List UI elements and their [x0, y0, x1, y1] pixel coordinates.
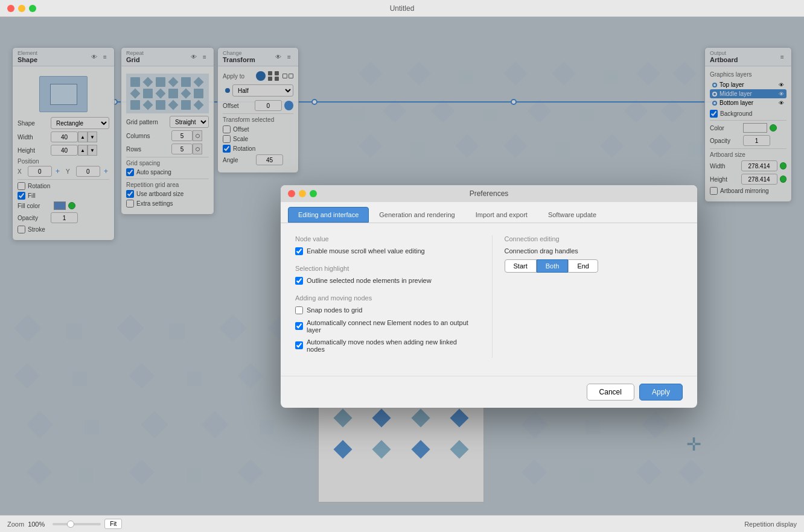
modal-content: Node value Enable mouse scroll wheel val… [281, 223, 697, 370]
zoom-controls: Zoom 100% Fit [7, 519, 122, 529]
close-button[interactable] [7, 5, 14, 12]
modal-max-button[interactable] [310, 190, 317, 197]
title-bar: Untitled [0, 0, 804, 17]
window-controls[interactable] [7, 5, 36, 12]
repetition-controls: Repetition display [744, 521, 797, 528]
fit-button[interactable]: Fit [104, 519, 122, 529]
tab-generation[interactable]: Generation and rendering [369, 207, 465, 223]
modal-close-button[interactable] [288, 190, 295, 197]
modal-titlebar: Preferences [281, 185, 697, 202]
auto-move-checkbox[interactable] [295, 341, 303, 349]
modal-footer: Cancel Apply [281, 376, 697, 408]
zoom-thumb[interactable] [67, 521, 74, 528]
tab-editing[interactable]: Editing and interface [288, 207, 369, 223]
tab-import[interactable]: Import and export [465, 207, 538, 223]
cancel-button[interactable]: Cancel [587, 384, 634, 401]
auto-move-label: Automatically move nodes when adding new… [307, 338, 474, 353]
auto-connect-label: Automatically connect new Element nodes … [307, 319, 474, 334]
connection-editing-section: Connection editing [505, 235, 683, 242]
status-bar: Zoom 100% Fit Repetition display [0, 515, 804, 532]
minimize-button[interactable] [18, 5, 25, 12]
repetition-display-label: Repetition display [744, 521, 797, 528]
zoom-label: Zoom [7, 521, 24, 528]
selection-highlight-section: Selection highlight [295, 265, 474, 272]
modal-left-col: Node value Enable mouse scroll wheel val… [295, 235, 474, 358]
adding-moving-section: Adding and moving nodes Snap nodes to gr… [295, 294, 474, 353]
zoom-slider[interactable] [53, 523, 101, 525]
tab-software[interactable]: Software update [538, 207, 607, 223]
modal-window-controls[interactable] [288, 190, 317, 197]
snap-nodes-checkbox[interactable] [295, 306, 303, 314]
modal-right-col: Connection editing Connection drag handl… [492, 235, 683, 358]
zoom-value: 100% [28, 521, 49, 528]
connection-seg-buttons: Start Both End [505, 259, 683, 273]
auto-connect-checkbox[interactable] [295, 322, 303, 330]
node-value-section: Node value [295, 235, 474, 242]
connection-end-btn[interactable]: End [568, 259, 598, 273]
modal-min-button[interactable] [299, 190, 306, 197]
modal-title: Preferences [470, 189, 509, 198]
app-title: Untitled [390, 4, 415, 13]
selection-section: Selection highlight Outline selected nod… [295, 265, 474, 285]
modal-two-col: Node value Enable mouse scroll wheel val… [295, 235, 683, 358]
connection-drag-label: Connection drag handles [505, 247, 683, 255]
connection-both-btn[interactable]: Both [537, 259, 569, 273]
apply-button[interactable]: Apply [639, 384, 683, 401]
snap-nodes-label: Snap nodes to grid [307, 306, 362, 314]
connection-start-btn[interactable]: Start [505, 259, 537, 273]
modal-tabs: Editing and interface Generation and ren… [281, 202, 697, 223]
preferences-modal-overlay: Preferences Editing and interface Genera… [0, 17, 804, 515]
enable-scroll-label: Enable mouse scroll wheel value editing [307, 247, 425, 255]
adding-moving-label: Adding and moving nodes [295, 294, 474, 302]
outline-selected-label: Outline selected node elements in previe… [307, 277, 432, 284]
preferences-modal: Preferences Editing and interface Genera… [281, 185, 697, 408]
maximize-button[interactable] [29, 5, 36, 12]
outline-selected-checkbox[interactable] [295, 277, 303, 285]
canvas-area: Element Shape 👁 ≡ Shape Rectangle Width [0, 17, 804, 515]
enable-scroll-checkbox[interactable] [295, 247, 303, 255]
